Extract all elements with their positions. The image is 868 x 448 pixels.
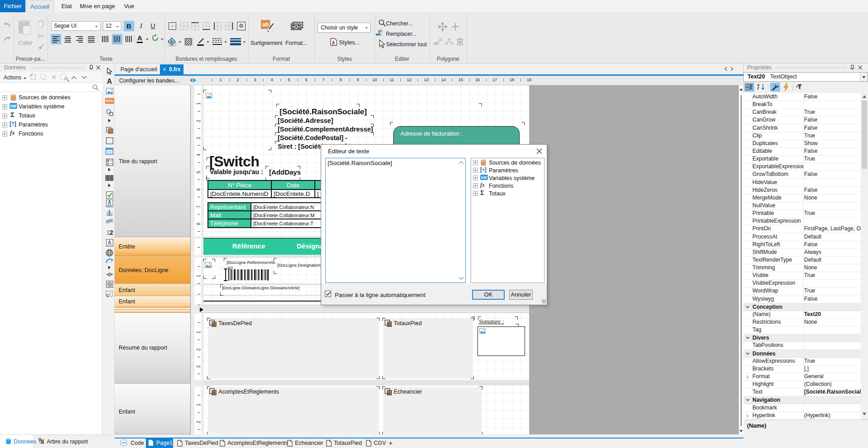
svg-text:A: A: [108, 200, 111, 205]
svg-text:A: A: [108, 240, 111, 245]
